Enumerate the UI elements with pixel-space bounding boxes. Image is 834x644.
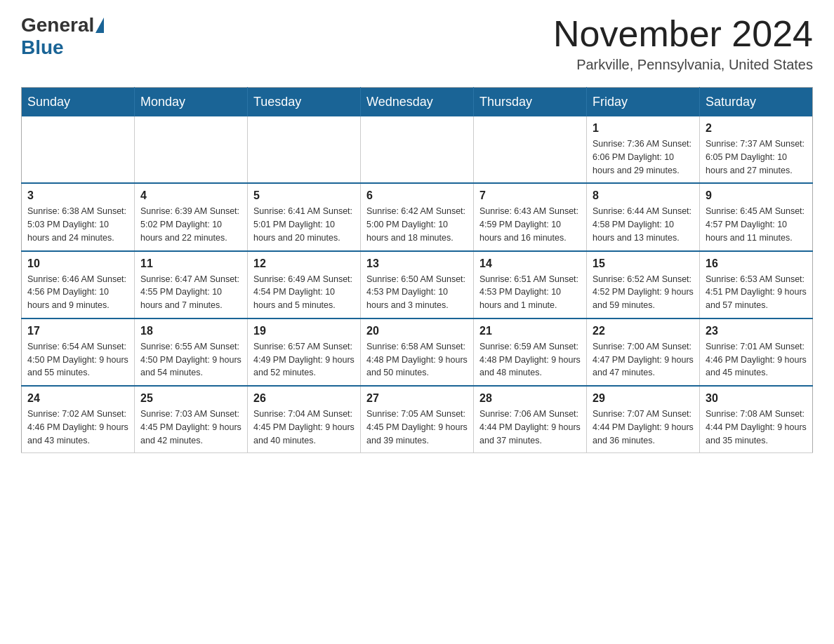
day-number: 10	[27, 257, 128, 270]
calendar-cell: 21Sunrise: 6:59 AM Sunset: 4:48 PM Dayli…	[474, 318, 587, 386]
calendar-cell: 27Sunrise: 7:05 AM Sunset: 4:45 PM Dayli…	[361, 386, 474, 453]
calendar-cell: 9Sunrise: 6:45 AM Sunset: 4:57 PM Daylig…	[700, 183, 813, 250]
calendar-cell: 30Sunrise: 7:08 AM Sunset: 4:44 PM Dayli…	[700, 386, 813, 453]
day-info: Sunrise: 6:59 AM Sunset: 4:48 PM Dayligh…	[479, 340, 581, 380]
calendar-header-friday: Friday	[587, 88, 700, 117]
day-info: Sunrise: 6:54 AM Sunset: 4:50 PM Dayligh…	[27, 340, 128, 380]
day-number: 5	[253, 189, 355, 202]
day-number: 11	[140, 257, 241, 270]
calendar-header-row: SundayMondayTuesdayWednesdayThursdayFrid…	[22, 88, 813, 117]
day-number: 25	[140, 392, 241, 405]
day-number: 22	[593, 325, 694, 337]
day-info: Sunrise: 6:44 AM Sunset: 4:58 PM Dayligh…	[593, 205, 694, 244]
day-number: 1	[593, 122, 694, 135]
day-info: Sunrise: 6:41 AM Sunset: 5:01 PM Dayligh…	[253, 205, 355, 244]
calendar-cell: 11Sunrise: 6:47 AM Sunset: 4:55 PM Dayli…	[135, 251, 248, 318]
calendar-cell: 22Sunrise: 7:00 AM Sunset: 4:47 PM Dayli…	[587, 318, 700, 386]
calendar-cell: 28Sunrise: 7:06 AM Sunset: 4:44 PM Dayli…	[474, 386, 587, 453]
day-info: Sunrise: 6:57 AM Sunset: 4:49 PM Dayligh…	[253, 340, 355, 380]
day-number: 6	[366, 189, 468, 202]
day-info: Sunrise: 6:39 AM Sunset: 5:02 PM Dayligh…	[140, 205, 241, 244]
calendar-cell: 25Sunrise: 7:03 AM Sunset: 4:45 PM Dayli…	[135, 386, 248, 453]
day-info: Sunrise: 7:08 AM Sunset: 4:44 PM Dayligh…	[706, 408, 807, 447]
calendar-cell: 18Sunrise: 6:55 AM Sunset: 4:50 PM Dayli…	[135, 318, 248, 386]
calendar-cell	[248, 116, 361, 183]
day-number: 18	[140, 325, 241, 337]
title-section: November 2024 Parkville, Pennsylvania, U…	[553, 14, 813, 73]
calendar-cell: 10Sunrise: 6:46 AM Sunset: 4:56 PM Dayli…	[22, 251, 135, 318]
day-info: Sunrise: 7:03 AM Sunset: 4:45 PM Dayligh…	[140, 408, 241, 447]
day-number: 15	[593, 257, 694, 270]
day-number: 27	[366, 392, 468, 405]
day-info: Sunrise: 7:36 AM Sunset: 6:06 PM Dayligh…	[593, 137, 694, 177]
day-info: Sunrise: 6:52 AM Sunset: 4:52 PM Dayligh…	[593, 273, 694, 312]
calendar-cell: 24Sunrise: 7:02 AM Sunset: 4:46 PM Dayli…	[22, 386, 135, 453]
calendar-cell: 5Sunrise: 6:41 AM Sunset: 5:01 PM Daylig…	[248, 183, 361, 250]
day-number: 3	[27, 189, 128, 202]
day-number: 30	[706, 392, 807, 405]
day-number: 29	[593, 392, 694, 405]
day-number: 2	[706, 122, 807, 135]
logo-triangle-icon	[95, 18, 104, 33]
day-info: Sunrise: 6:50 AM Sunset: 4:53 PM Dayligh…	[366, 273, 468, 312]
day-number: 24	[27, 392, 128, 405]
calendar-cell: 19Sunrise: 6:57 AM Sunset: 4:49 PM Dayli…	[248, 318, 361, 386]
day-number: 17	[27, 325, 128, 337]
calendar-cell: 1Sunrise: 7:36 AM Sunset: 6:06 PM Daylig…	[587, 116, 700, 183]
page-header: General Blue November 2024 Parkville, Pe…	[21, 14, 813, 73]
day-number: 9	[706, 189, 807, 202]
day-info: Sunrise: 7:01 AM Sunset: 4:46 PM Dayligh…	[706, 340, 807, 380]
calendar-cell: 12Sunrise: 6:49 AM Sunset: 4:54 PM Dayli…	[248, 251, 361, 318]
calendar-cell: 26Sunrise: 7:04 AM Sunset: 4:45 PM Dayli…	[248, 386, 361, 453]
day-info: Sunrise: 6:58 AM Sunset: 4:48 PM Dayligh…	[366, 340, 468, 380]
month-title: November 2024	[553, 14, 813, 54]
calendar-cell: 13Sunrise: 6:50 AM Sunset: 4:53 PM Dayli…	[361, 251, 474, 318]
day-number: 4	[140, 189, 241, 202]
calendar-week-row: 10Sunrise: 6:46 AM Sunset: 4:56 PM Dayli…	[22, 251, 813, 318]
calendar-week-row: 1Sunrise: 7:36 AM Sunset: 6:06 PM Daylig…	[22, 116, 813, 183]
calendar-cell: 14Sunrise: 6:51 AM Sunset: 4:53 PM Dayli…	[474, 251, 587, 318]
calendar-cell: 7Sunrise: 6:43 AM Sunset: 4:59 PM Daylig…	[474, 183, 587, 250]
day-info: Sunrise: 6:38 AM Sunset: 5:03 PM Dayligh…	[27, 205, 128, 244]
day-info: Sunrise: 6:55 AM Sunset: 4:50 PM Dayligh…	[140, 340, 241, 380]
day-info: Sunrise: 7:04 AM Sunset: 4:45 PM Dayligh…	[253, 408, 355, 447]
day-info: Sunrise: 6:45 AM Sunset: 4:57 PM Dayligh…	[706, 205, 807, 244]
calendar-cell	[474, 116, 587, 183]
calendar-header-thursday: Thursday	[474, 88, 587, 117]
day-info: Sunrise: 6:43 AM Sunset: 4:59 PM Dayligh…	[479, 205, 581, 244]
logo-general-text: General	[21, 14, 94, 36]
day-number: 16	[706, 257, 807, 270]
logo-blue-text: Blue	[21, 36, 64, 59]
logo: General Blue	[21, 14, 105, 59]
day-info: Sunrise: 6:51 AM Sunset: 4:53 PM Dayligh…	[479, 273, 581, 312]
day-number: 14	[479, 257, 581, 270]
day-number: 26	[253, 392, 355, 405]
calendar-week-row: 17Sunrise: 6:54 AM Sunset: 4:50 PM Dayli…	[22, 318, 813, 386]
day-number: 23	[706, 325, 807, 337]
day-info: Sunrise: 7:00 AM Sunset: 4:47 PM Dayligh…	[593, 340, 694, 380]
day-number: 21	[479, 325, 581, 337]
calendar-cell	[361, 116, 474, 183]
calendar-cell: 8Sunrise: 6:44 AM Sunset: 4:58 PM Daylig…	[587, 183, 700, 250]
calendar-cell: 20Sunrise: 6:58 AM Sunset: 4:48 PM Dayli…	[361, 318, 474, 386]
day-info: Sunrise: 7:05 AM Sunset: 4:45 PM Dayligh…	[366, 408, 468, 447]
calendar-cell: 29Sunrise: 7:07 AM Sunset: 4:44 PM Dayli…	[587, 386, 700, 453]
calendar-cell	[22, 116, 135, 183]
calendar-cell: 2Sunrise: 7:37 AM Sunset: 6:05 PM Daylig…	[700, 116, 813, 183]
calendar-header-wednesday: Wednesday	[361, 88, 474, 117]
day-info: Sunrise: 6:46 AM Sunset: 4:56 PM Dayligh…	[27, 273, 128, 312]
day-number: 7	[479, 189, 581, 202]
day-number: 8	[593, 189, 694, 202]
day-number: 19	[253, 325, 355, 337]
day-info: Sunrise: 6:49 AM Sunset: 4:54 PM Dayligh…	[253, 273, 355, 312]
day-number: 12	[253, 257, 355, 270]
day-info: Sunrise: 7:02 AM Sunset: 4:46 PM Dayligh…	[27, 408, 128, 447]
calendar-header-monday: Monday	[135, 88, 248, 117]
day-info: Sunrise: 7:37 AM Sunset: 6:05 PM Dayligh…	[706, 137, 807, 177]
calendar-week-row: 24Sunrise: 7:02 AM Sunset: 4:46 PM Dayli…	[22, 386, 813, 453]
day-number: 13	[366, 257, 468, 270]
calendar-cell: 6Sunrise: 6:42 AM Sunset: 5:00 PM Daylig…	[361, 183, 474, 250]
day-info: Sunrise: 6:47 AM Sunset: 4:55 PM Dayligh…	[140, 273, 241, 312]
calendar-week-row: 3Sunrise: 6:38 AM Sunset: 5:03 PM Daylig…	[22, 183, 813, 250]
day-number: 28	[479, 392, 581, 405]
